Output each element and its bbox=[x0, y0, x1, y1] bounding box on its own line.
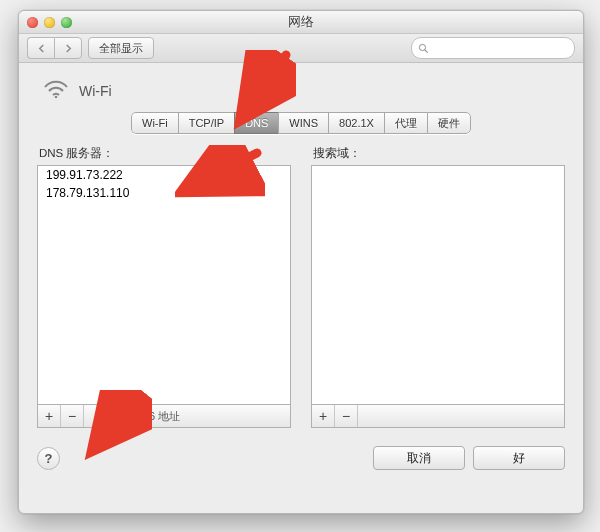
tab-wins[interactable]: WINS bbox=[278, 112, 328, 134]
tab-tcpip[interactable]: TCP/IP bbox=[178, 112, 234, 134]
content: Wi-Fi Wi-FiTCP/IPDNSWINS802.1X代理硬件 DNS 服… bbox=[19, 63, 583, 480]
cancel-button[interactable]: 取消 bbox=[373, 446, 465, 470]
search-domains-label: 搜索域： bbox=[313, 146, 565, 161]
show-all-button[interactable]: 全部显示 bbox=[88, 37, 154, 59]
search-domains-list[interactable] bbox=[311, 165, 565, 405]
cancel-label: 取消 bbox=[407, 450, 431, 467]
titlebar: 网络 bbox=[19, 11, 583, 34]
interface-header: Wi-Fi bbox=[43, 79, 565, 102]
add-dns-button[interactable]: + bbox=[38, 405, 61, 427]
bottom-bar: ? 取消 好 bbox=[37, 446, 565, 470]
remove-search-domain-button[interactable]: − bbox=[335, 405, 358, 427]
search-icon bbox=[418, 43, 429, 54]
window-controls bbox=[27, 17, 72, 28]
search-input[interactable] bbox=[411, 37, 575, 59]
show-all-label: 全部显示 bbox=[99, 41, 143, 56]
tab-8021x[interactable]: 802.1X bbox=[328, 112, 384, 134]
back-button[interactable] bbox=[27, 37, 54, 59]
search-domains-column: 搜索域： + − bbox=[311, 146, 565, 428]
dns-servers-column: DNS 服务器： 199.91.73.222178.79.131.110 + −… bbox=[37, 146, 291, 428]
add-search-domain-button[interactable]: + bbox=[312, 405, 335, 427]
tab-proxy[interactable]: 代理 bbox=[384, 112, 427, 134]
minus-icon: − bbox=[68, 408, 76, 424]
help-button[interactable]: ? bbox=[37, 447, 60, 470]
interface-name: Wi-Fi bbox=[79, 83, 112, 99]
tabs: Wi-FiTCP/IPDNSWINS802.1X代理硬件 bbox=[37, 112, 565, 134]
svg-point-0 bbox=[419, 44, 425, 50]
forward-button[interactable] bbox=[54, 37, 82, 59]
svg-line-1 bbox=[425, 49, 428, 52]
dns-servers-footer: + − IPv4 或 IPv6 地址 bbox=[37, 405, 291, 428]
preferences-window: 网络 全部显示 bbox=[18, 10, 584, 514]
tab-hw[interactable]: 硬件 bbox=[427, 112, 471, 134]
remove-dns-button[interactable]: − bbox=[61, 405, 84, 427]
close-icon[interactable] bbox=[27, 17, 38, 28]
dns-servers-list[interactable]: 199.91.73.222178.79.131.110 bbox=[37, 165, 291, 405]
ok-button[interactable]: 好 bbox=[473, 446, 565, 470]
tab-dns[interactable]: DNS bbox=[234, 112, 278, 134]
dns-hint: IPv4 或 IPv6 地址 bbox=[94, 409, 180, 424]
list-item[interactable]: 199.91.73.222 bbox=[38, 166, 290, 184]
list-item[interactable]: 178.79.131.110 bbox=[38, 184, 290, 202]
search-domains-footer: + − bbox=[311, 405, 565, 428]
zoom-icon[interactable] bbox=[61, 17, 72, 28]
tab-wifi[interactable]: Wi-Fi bbox=[131, 112, 178, 134]
toolbar: 全部显示 bbox=[19, 34, 583, 63]
minimize-icon[interactable] bbox=[44, 17, 55, 28]
wifi-icon bbox=[43, 79, 69, 102]
plus-icon: + bbox=[319, 408, 327, 424]
help-icon: ? bbox=[45, 451, 53, 466]
ok-label: 好 bbox=[513, 450, 525, 467]
plus-icon: + bbox=[45, 408, 53, 424]
minus-icon: − bbox=[342, 408, 350, 424]
window-title: 网络 bbox=[19, 13, 583, 31]
svg-point-2 bbox=[55, 96, 58, 99]
dns-servers-label: DNS 服务器： bbox=[39, 146, 291, 161]
nav-buttons bbox=[27, 37, 82, 59]
